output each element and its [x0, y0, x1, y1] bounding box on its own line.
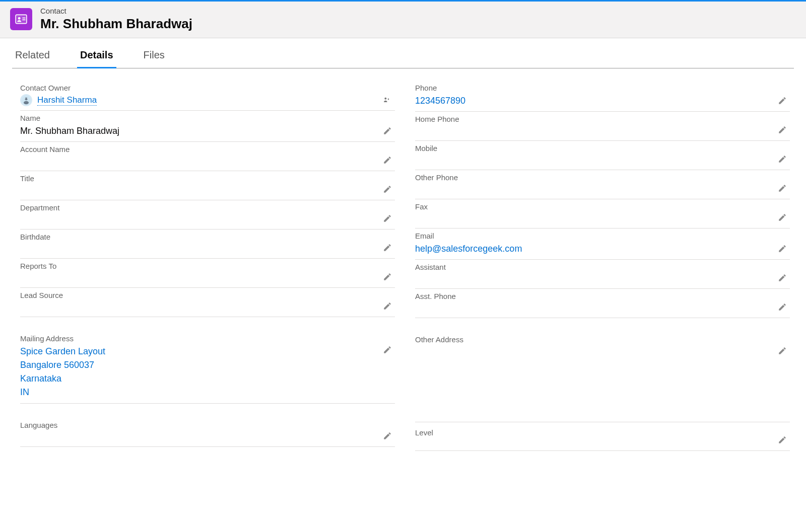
- pencil-icon[interactable]: [778, 184, 788, 194]
- field-lead-source: Lead Source: [20, 288, 395, 317]
- header-text: Contact Mr. Shubham Bharadwaj: [40, 7, 192, 32]
- field-label: Other Address: [415, 335, 772, 344]
- pencil-icon[interactable]: [383, 345, 393, 355]
- field-label: Mobile: [415, 144, 772, 153]
- field-reports-to: Reports To: [20, 259, 395, 288]
- pencil-icon[interactable]: [778, 213, 788, 223]
- field-label: Home Phone: [415, 115, 772, 123]
- field-label: Level: [415, 428, 772, 437]
- field-fax: Fax: [415, 199, 790, 229]
- field-name: Name Mr. Shubham Bharadwaj: [20, 111, 395, 142]
- details-left-column: Contact Owner Harshit Sharma Name Mr. Sh…: [20, 81, 395, 451]
- field-account-name: Account Name: [20, 142, 395, 171]
- field-label: Department: [20, 203, 377, 212]
- field-label: Birthdate: [20, 233, 377, 241]
- address-line[interactable]: Karnataka: [20, 372, 377, 386]
- field-asst-phone: Asst. Phone: [415, 289, 790, 318]
- pencil-icon[interactable]: [778, 125, 788, 135]
- email-link[interactable]: help@salesforcegeek.com: [415, 242, 772, 255]
- field-label: Mailing Address: [20, 334, 377, 343]
- owner-link[interactable]: Harshit Sharma: [37, 95, 97, 106]
- pencil-icon[interactable]: [778, 155, 788, 165]
- field-label: Reports To: [20, 262, 377, 270]
- field-level: Level: [415, 422, 790, 451]
- field-assistant: Assistant: [415, 260, 790, 289]
- pencil-icon[interactable]: [383, 214, 393, 224]
- svg-rect-4: [22, 20, 25, 21]
- tabs: Related Details Files: [12, 44, 794, 68]
- svg-rect-0: [16, 15, 27, 23]
- field-label: Lead Source: [20, 291, 377, 299]
- address-line[interactable]: Bangalore 560037: [20, 358, 377, 372]
- field-mobile: Mobile: [415, 141, 790, 170]
- phone-link[interactable]: 1234567890: [415, 94, 772, 107]
- avatar-icon: [20, 94, 32, 106]
- field-birthdate: Birthdate: [20, 230, 395, 259]
- pencil-icon[interactable]: [383, 431, 393, 441]
- field-label: Fax: [415, 202, 772, 211]
- field-label: Contact Owner: [20, 84, 377, 92]
- contact-icon: [10, 8, 32, 30]
- field-other-phone: Other Phone: [415, 170, 790, 199]
- field-phone: Phone 1234567890: [415, 81, 790, 112]
- pencil-icon[interactable]: [383, 301, 393, 312]
- pencil-icon[interactable]: [778, 302, 788, 313]
- field-contact-owner: Contact Owner Harshit Sharma: [20, 81, 395, 111]
- pencil-icon[interactable]: [778, 346, 788, 356]
- field-label: Phone: [415, 84, 772, 92]
- field-label: Asst. Phone: [415, 292, 772, 300]
- object-label: Contact: [40, 7, 192, 15]
- pencil-icon[interactable]: [778, 435, 788, 445]
- svg-point-7: [24, 101, 29, 105]
- field-label: Assistant: [415, 263, 772, 271]
- pencil-icon[interactable]: [383, 272, 393, 282]
- field-mailing-address: Mailing Address Spice Garden Layout Bang…: [20, 331, 395, 404]
- field-languages: Languages: [20, 418, 395, 447]
- svg-point-9: [27, 98, 28, 99]
- field-department: Department: [20, 200, 395, 230]
- field-email: Email help@salesforcegeek.com: [415, 229, 790, 260]
- svg-point-10: [384, 98, 386, 100]
- tab-files[interactable]: Files: [141, 44, 168, 68]
- details-body: Contact Owner Harshit Sharma Name Mr. Sh…: [0, 68, 806, 471]
- svg-point-8: [25, 98, 26, 99]
- field-home-phone: Home Phone: [415, 112, 790, 141]
- address-line[interactable]: Spice Garden Layout: [20, 345, 377, 358]
- pencil-icon[interactable]: [383, 243, 393, 253]
- pencil-icon[interactable]: [778, 273, 788, 283]
- pencil-icon[interactable]: [383, 185, 393, 195]
- tabs-container: Related Details Files: [0, 44, 806, 68]
- record-header: Contact Mr. Shubham Bharadwaj: [0, 2, 806, 38]
- details-right-column: Phone 1234567890 Home Phone Mobile Other…: [415, 81, 790, 451]
- record-title: Mr. Shubham Bharadwaj: [40, 16, 192, 32]
- field-label: Languages: [20, 421, 377, 429]
- address-line[interactable]: IN: [20, 386, 377, 399]
- tab-related[interactable]: Related: [12, 44, 53, 68]
- field-value: Mr. Shubham Bharadwaj: [20, 124, 377, 137]
- field-label: Title: [20, 174, 377, 183]
- field-label: Email: [415, 232, 772, 240]
- field-label: Other Phone: [415, 173, 772, 182]
- tab-details[interactable]: Details: [77, 44, 116, 68]
- field-label: Name: [20, 114, 377, 122]
- field-title: Title: [20, 171, 395, 200]
- pencil-icon[interactable]: [778, 96, 788, 106]
- pencil-icon[interactable]: [778, 244, 788, 254]
- field-other-address: Other Address: [415, 332, 790, 408]
- svg-point-2: [18, 17, 21, 20]
- contact-record-page: Contact Mr. Shubham Bharadwaj Related De…: [0, 0, 806, 532]
- owner-row: Harshit Sharma: [20, 94, 377, 106]
- pencil-icon[interactable]: [383, 126, 393, 136]
- mailing-address-value[interactable]: Spice Garden Layout Bangalore 560037 Kar…: [20, 345, 377, 399]
- pencil-icon[interactable]: [383, 156, 393, 166]
- svg-rect-3: [22, 18, 25, 19]
- change-owner-icon[interactable]: [383, 96, 392, 105]
- field-label: Account Name: [20, 145, 377, 154]
